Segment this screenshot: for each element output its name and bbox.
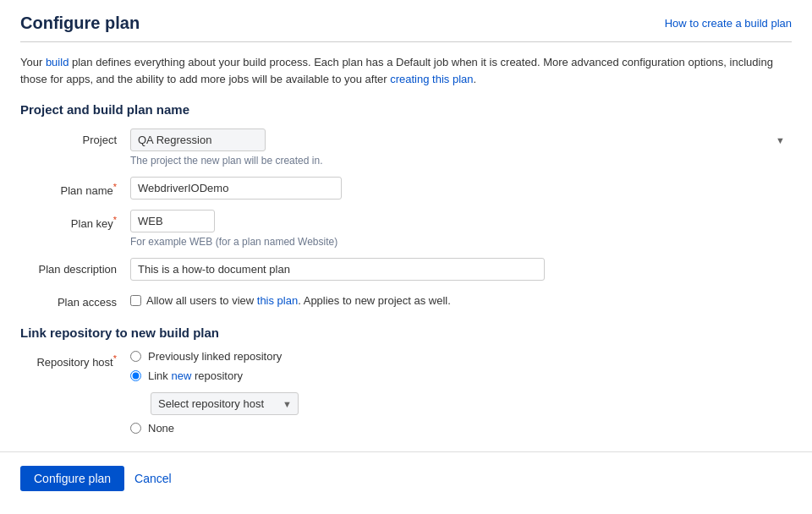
plan-key-control-wrap: For example WEB (for a plan named Websit… bbox=[130, 210, 792, 248]
project-select[interactable]: QA Regression Default Other Project bbox=[130, 128, 266, 151]
repo-host-select-wrap: Select repository host GitHub Bitbucket … bbox=[151, 392, 299, 415]
plan-name-required: * bbox=[113, 182, 117, 192]
creating-link[interactable]: creating this plan bbox=[390, 73, 473, 85]
plan-access-checkbox-label[interactable]: Allow all users to view this plan. Appli… bbox=[146, 294, 451, 307]
cancel-button[interactable]: Cancel bbox=[134, 472, 172, 485]
plan-key-row: Plan key* For example WEB (for a plan na… bbox=[20, 210, 792, 248]
page-header: Configure plan How to create a build pla… bbox=[20, 14, 792, 42]
repo-prev-radio[interactable] bbox=[130, 351, 141, 362]
plan-desc-control-wrap bbox=[130, 258, 792, 281]
repo-option-link-new: Link new repository bbox=[130, 369, 299, 382]
intro-text: Your build plan defines everything about… bbox=[20, 54, 792, 87]
repo-host-required: * bbox=[113, 353, 117, 364]
project-label: Project bbox=[20, 128, 130, 146]
repo-options: Previously linked repository Link new re… bbox=[130, 350, 299, 435]
project-row: Project QA Regression Default Other Proj… bbox=[20, 128, 792, 167]
footer-bar: Configure plan Cancel bbox=[0, 451, 812, 505]
plan-name-input[interactable] bbox=[130, 177, 342, 200]
repo-none-radio[interactable] bbox=[130, 423, 141, 434]
plan-access-checkbox[interactable] bbox=[130, 295, 141, 306]
repo-none-label[interactable]: None bbox=[148, 422, 174, 435]
new-link[interactable]: new bbox=[171, 369, 191, 382]
plan-access-label: Plan access bbox=[20, 291, 130, 309]
plan-access-control-wrap: Allow all users to view this plan. Appli… bbox=[130, 291, 792, 307]
project-hint: The project the new plan will be created… bbox=[130, 155, 792, 167]
plan-key-hint: For example WEB (for a plan named Websit… bbox=[130, 236, 792, 248]
help-link[interactable]: How to create a build plan bbox=[665, 17, 792, 30]
section1-title: Project and build plan name bbox=[20, 102, 792, 117]
build-link[interactable]: build bbox=[46, 56, 69, 68]
project-build-section: Project and build plan name Project QA R… bbox=[20, 102, 792, 309]
plan-access-checkbox-row: Allow all users to view this plan. Appli… bbox=[130, 291, 792, 307]
plan-desc-row: Plan description bbox=[20, 258, 792, 281]
repo-new-label[interactable]: Link new repository bbox=[148, 369, 243, 382]
repo-host-row: Repository host* Previously linked repos… bbox=[20, 350, 792, 435]
repo-host-dropdown-wrap: Select repository host GitHub Bitbucket … bbox=[151, 392, 299, 415]
plan-desc-label: Plan description bbox=[20, 258, 130, 276]
repo-option-none: None bbox=[130, 422, 299, 435]
project-select-wrap: QA Regression Default Other Project ▼ bbox=[130, 128, 792, 151]
plan-access-row: Plan access Allow all users to view this… bbox=[20, 291, 792, 309]
repo-new-radio[interactable] bbox=[130, 370, 141, 381]
project-control-wrap: QA Regression Default Other Project ▼ Th… bbox=[130, 128, 792, 167]
section2-title: Link repository to new build plan bbox=[20, 325, 792, 340]
plan-desc-input[interactable] bbox=[130, 258, 545, 281]
plan-access-this-plan-link[interactable]: this plan bbox=[257, 294, 298, 307]
plan-key-input[interactable] bbox=[130, 210, 215, 232]
repo-option-previously-linked: Previously linked repository bbox=[130, 350, 299, 363]
page-container: Configure plan How to create a build pla… bbox=[0, 0, 812, 435]
page-title: Configure plan bbox=[20, 14, 140, 33]
plan-name-row: Plan name* bbox=[20, 177, 792, 200]
repo-host-label: Repository host* bbox=[20, 350, 130, 369]
plan-name-label: Plan name* bbox=[20, 177, 130, 197]
plan-key-required: * bbox=[113, 215, 117, 225]
configure-plan-button[interactable]: Configure plan bbox=[20, 466, 124, 491]
project-select-arrow-icon: ▼ bbox=[776, 135, 785, 145]
repo-host-select[interactable]: Select repository host GitHub Bitbucket … bbox=[151, 392, 299, 415]
repo-prev-label[interactable]: Previously linked repository bbox=[148, 350, 282, 363]
plan-key-label: Plan key* bbox=[20, 210, 130, 230]
plan-name-control-wrap bbox=[130, 177, 792, 200]
link-repo-section: Link repository to new build plan Reposi… bbox=[20, 325, 792, 435]
